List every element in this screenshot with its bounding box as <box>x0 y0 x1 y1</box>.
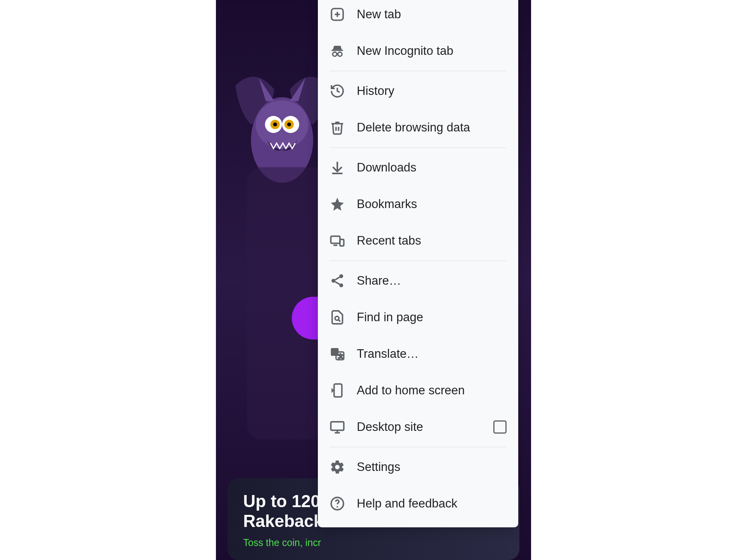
menu-label: History <box>357 84 507 98</box>
menu-label: Add to home screen <box>357 383 507 397</box>
svg-line-26 <box>335 282 339 285</box>
share-icon <box>330 273 345 289</box>
add-to-home-icon <box>330 383 345 398</box>
menu-item-incognito[interactable]: New Incognito tab <box>318 33 518 69</box>
svg-rect-21 <box>340 240 344 246</box>
rakeback-subtext: Toss the coin, incr <box>243 537 504 548</box>
svg-point-4 <box>270 120 280 129</box>
menu-item-bookmarks[interactable]: Bookmarks <box>318 186 518 222</box>
menu-divider <box>330 147 507 148</box>
svg-point-1 <box>256 100 309 149</box>
svg-point-2 <box>265 116 282 133</box>
menu-item-settings[interactable]: Settings <box>318 449 518 485</box>
menu-label: Help and feedback <box>357 497 507 511</box>
menu-item-history[interactable]: History <box>318 73 518 109</box>
menu-item-delete-data[interactable]: Delete browsing data <box>318 109 518 146</box>
desktop-icon <box>330 419 345 435</box>
menu-label: Share… <box>357 274 507 288</box>
menu-label: Find in page <box>357 310 507 324</box>
menu-divider <box>330 71 507 71</box>
svg-point-23 <box>331 279 335 283</box>
svg-point-39 <box>337 506 338 508</box>
plus-box-icon <box>330 7 345 22</box>
svg-line-28 <box>338 320 340 322</box>
svg-text:文: 文 <box>338 354 343 359</box>
menu-item-recent-tabs[interactable]: Recent tabs <box>318 222 518 259</box>
menu-label: Settings <box>357 460 507 474</box>
svg-text:G: G <box>333 349 337 355</box>
menu-label: Downloads <box>357 161 507 175</box>
menu-divider <box>330 261 507 261</box>
browser-overflow-menu: New tab New Incognito tab History <box>318 0 518 527</box>
menu-label: Translate… <box>357 347 507 361</box>
menu-item-translate[interactable]: G 文 Translate… <box>318 336 518 372</box>
desktop-site-checkbox[interactable] <box>493 420 507 434</box>
svg-point-27 <box>335 317 339 320</box>
menu-label: New Incognito tab <box>357 44 507 58</box>
menu-label: Desktop site <box>357 420 493 434</box>
svg-point-3 <box>282 116 299 133</box>
svg-point-22 <box>339 274 343 278</box>
find-in-page-icon <box>330 310 345 325</box>
gear-icon <box>330 459 345 475</box>
translate-icon: G 文 <box>330 346 345 362</box>
svg-line-25 <box>335 277 339 280</box>
svg-rect-19 <box>331 236 340 243</box>
svg-point-24 <box>339 284 343 287</box>
menu-divider <box>330 447 507 447</box>
svg-point-12 <box>333 52 337 56</box>
menu-item-find-in-page[interactable]: Find in page <box>318 299 518 336</box>
menu-item-add-home[interactable]: Add to home screen <box>318 372 518 409</box>
help-icon <box>330 496 345 511</box>
menu-label: Recent tabs <box>357 234 507 248</box>
menu-label: Delete browsing data <box>357 121 507 135</box>
svg-rect-35 <box>331 422 344 430</box>
menu-label: New tab <box>357 7 507 21</box>
menu-item-share[interactable]: Share… <box>318 262 518 299</box>
menu-item-downloads[interactable]: Downloads <box>318 149 518 186</box>
svg-rect-33 <box>334 384 342 397</box>
history-icon <box>330 83 345 99</box>
svg-point-6 <box>273 122 277 126</box>
menu-item-new-tab[interactable]: New tab <box>318 0 518 33</box>
menu-label: Bookmarks <box>357 197 507 211</box>
menu-item-desktop-site[interactable]: Desktop site <box>318 409 518 445</box>
svg-point-7 <box>287 122 291 126</box>
trash-icon <box>330 120 345 135</box>
svg-rect-11 <box>331 50 343 51</box>
svg-point-5 <box>284 120 294 129</box>
devices-icon <box>330 233 345 248</box>
star-icon <box>330 196 345 212</box>
incognito-icon <box>330 43 345 59</box>
svg-point-13 <box>338 52 342 56</box>
menu-item-help[interactable]: Help and feedback <box>318 485 518 522</box>
download-icon <box>330 160 345 175</box>
